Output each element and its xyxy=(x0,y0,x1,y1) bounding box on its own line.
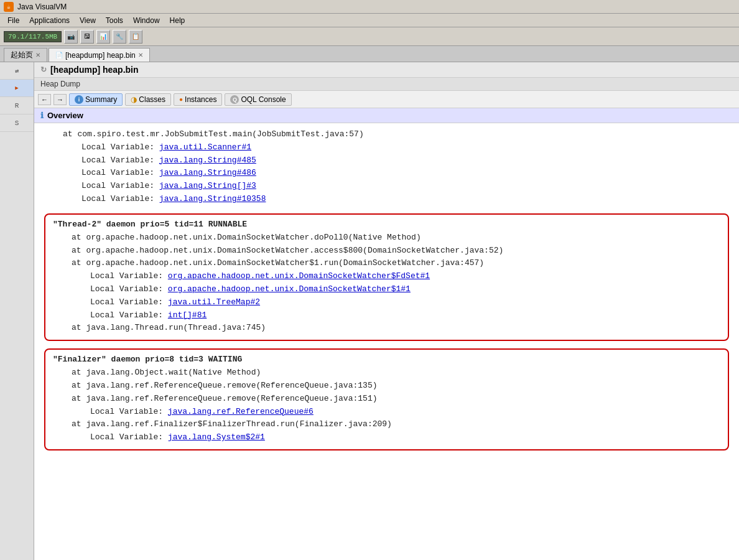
sidebar-item-r[interactable]: R xyxy=(0,97,34,114)
app-title: Java VisualVM xyxy=(17,2,67,11)
app-icon: ☕ xyxy=(4,2,14,12)
nav-forward[interactable]: → xyxy=(53,94,67,105)
heapdump-file-icon: 📄 xyxy=(55,52,63,58)
sidebar-item-collapse[interactable]: ⇄ xyxy=(0,62,34,80)
refresh-icon[interactable]: ↻ xyxy=(40,65,47,74)
titlebar: ☕ Java VisualVM xyxy=(0,0,739,14)
nav-back[interactable]: ← xyxy=(38,94,51,105)
tab-home-close[interactable]: ✕ xyxy=(35,52,40,58)
nav-tabs: ← → i Summary ◑ Classes ● Instances Q OQ… xyxy=(34,91,739,108)
finalizer-line-4: Local Variable: java.lang.ref.ReferenceQ… xyxy=(90,406,720,419)
tab-heapdump[interactable]: 📄 [heapdump] heap.bin ✕ xyxy=(49,48,150,62)
link-string-486[interactable]: java.lang.String#486 xyxy=(159,168,256,177)
sidebar-icon-1: ▶ xyxy=(15,85,18,91)
thread2-line-6: Local Variable: java.util.TreeMap#2 xyxy=(90,296,720,309)
sidebar-icon-s: S xyxy=(15,119,19,127)
link-string-485[interactable]: java.lang.String#485 xyxy=(159,156,256,165)
tab-home-label: 起始页 xyxy=(11,50,33,60)
code-line-5: Local Variable: java.lang.String[]#3 xyxy=(81,180,729,193)
thread2-block: "Thread-2" daemon prio=5 tid=11 RUNNABLE… xyxy=(44,213,729,341)
oql-icon: Q xyxy=(230,95,239,104)
classes-icon: ◑ xyxy=(131,95,137,104)
heapdump-title: [heapdump] heap.bin xyxy=(50,65,139,75)
overview-icon: ℹ xyxy=(40,111,44,120)
link-watcher1[interactable]: org.apache.hadoop.net.unix.DomainSocketW… xyxy=(168,284,411,294)
link-string-10358[interactable]: java.lang.String#10358 xyxy=(159,194,266,203)
menu-window[interactable]: Window xyxy=(128,15,165,26)
link-refqueue6[interactable]: java.lang.ref.ReferenceQueue#6 xyxy=(168,407,314,416)
toolbar-btn-5[interactable]: 📋 xyxy=(129,30,142,44)
thread2-line-8: at java.lang.Thread.run(Thread.java:745) xyxy=(72,322,720,335)
thread2-line-1: at org.apache.hadoop.net.unix.DomainSock… xyxy=(72,231,720,245)
menu-applications[interactable]: Applications xyxy=(24,15,75,26)
thread2-line-5: Local Variable: org.apache.hadoop.net.un… xyxy=(90,283,720,296)
scroll-content[interactable]: at com.spiro.test.mr.JobSubmitTest.main(… xyxy=(34,123,739,560)
link-system2-1[interactable]: java.lang.System$2#1 xyxy=(168,432,265,442)
finalizer-header: "Finalizer" daemon prio=8 tid=3 WAITING xyxy=(53,355,720,364)
code-line-3: Local Variable: java.lang.String#485 xyxy=(81,154,729,167)
menubar: File Applications View Tools Window Help xyxy=(0,14,739,27)
nav-summary[interactable]: i Summary xyxy=(69,93,123,106)
menu-tools[interactable]: Tools xyxy=(101,15,128,26)
menu-help[interactable]: Help xyxy=(165,15,190,26)
code-line-2: Local Variable: java.util.Scanner#1 xyxy=(81,141,729,154)
sidebar-item-s[interactable]: S xyxy=(0,114,34,132)
memory-display: 79.1/117.5MB xyxy=(4,31,62,42)
nav-instances[interactable]: ● Instances xyxy=(174,93,222,106)
toolbar: 79.1/117.5MB 📷 🖫 📊 🔧 📋 xyxy=(0,27,739,46)
finalizer-line-5: at java.lang.ref.Finalizer$FinalizerThre… xyxy=(72,418,720,431)
nav-instances-label: Instances xyxy=(185,95,216,104)
sidebar: ⇄ ▶ R S xyxy=(0,62,34,560)
link-treemap2[interactable]: java.util.TreeMap#2 xyxy=(168,297,260,307)
finalizer-line-3: at java.lang.ref.ReferenceQueue.remove(R… xyxy=(72,393,720,406)
sidebar-icon-r: R xyxy=(15,102,19,110)
link-int-arr-81[interactable]: int[]#81 xyxy=(168,310,207,320)
menu-file[interactable]: File xyxy=(2,15,24,26)
content-area: ↻ [heapdump] heap.bin Heap Dump ← → i Su… xyxy=(34,62,739,560)
finalizer-line-1: at java.lang.Object.wait(Native Method) xyxy=(72,366,720,380)
thread2-line-3: at org.apache.hadoop.net.unix.DomainSock… xyxy=(72,257,720,270)
nav-summary-label: Summary xyxy=(85,95,117,104)
nav-classes[interactable]: ◑ Classes xyxy=(125,93,171,106)
nav-classes-label: Classes xyxy=(139,95,165,104)
overview-label: Overview xyxy=(47,111,83,120)
toolbar-btn-1[interactable]: 📷 xyxy=(64,30,78,44)
link-scanner[interactable]: java.util.Scanner#1 xyxy=(159,142,251,152)
code-line-6: Local Variable: java.lang.String#10358 xyxy=(81,193,729,206)
overview-bar: ℹ Overview xyxy=(34,108,739,123)
code-line-1: at com.spiro.test.mr.JobSubmitTest.main(… xyxy=(63,128,729,141)
nav-oql-label: OQL Console xyxy=(241,95,286,104)
menu-view[interactable]: View xyxy=(75,15,101,26)
main-layout: ⇄ ▶ R S ↻ [heapdump] heap.bin Heap Dump … xyxy=(0,62,739,560)
tab-home[interactable]: 起始页 ✕ xyxy=(4,48,47,62)
toolbar-btn-2[interactable]: 🖫 xyxy=(80,30,94,44)
link-string-arr-3[interactable]: java.lang.String[]#3 xyxy=(159,181,256,190)
thread2-line-7: Local Variable: int[]#81 xyxy=(90,309,720,322)
toolbar-btn-4[interactable]: 🔧 xyxy=(113,30,126,44)
tab-heapdump-label: [heapdump] heap.bin xyxy=(65,51,136,60)
tabbar: 起始页 ✕ 📄 [heapdump] heap.bin ✕ xyxy=(0,46,739,62)
heap-dump-label: Heap Dump xyxy=(34,78,739,91)
thread2-line-4: Local Variable: org.apache.hadoop.net.un… xyxy=(90,270,720,283)
heapdump-header: ↻ [heapdump] heap.bin xyxy=(34,62,739,78)
summary-icon: i xyxy=(75,95,83,104)
code-line-4: Local Variable: java.lang.String#486 xyxy=(81,167,729,180)
finalizer-block: "Finalizer" daemon prio=8 tid=3 WAITING … xyxy=(44,348,729,450)
finalizer-line-6: Local Variable: java.lang.System$2#1 xyxy=(90,431,720,444)
tab-heapdump-close[interactable]: ✕ xyxy=(138,52,143,58)
link-fdset1[interactable]: org.apache.hadoop.net.unix.DomainSocketW… xyxy=(168,271,430,281)
instances-icon: ● xyxy=(179,96,183,103)
thread2-line-2: at org.apache.hadoop.net.unix.DomainSock… xyxy=(72,245,720,258)
thread2-header: "Thread-2" daemon prio=5 tid=11 RUNNABLE xyxy=(53,220,720,229)
toolbar-btn-3[interactable]: 📊 xyxy=(96,30,110,44)
sidebar-item-1[interactable]: ▶ xyxy=(0,80,34,97)
nav-oql[interactable]: Q OQL Console xyxy=(225,93,291,106)
finalizer-line-2: at java.lang.ref.ReferenceQueue.remove(R… xyxy=(72,380,720,393)
